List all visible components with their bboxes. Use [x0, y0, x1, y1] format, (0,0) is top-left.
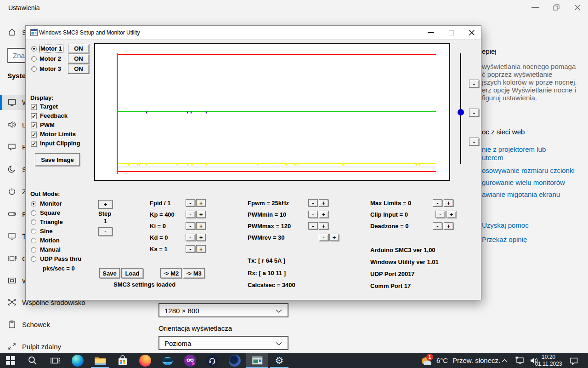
smc3-titlebar[interactable]: Windows SMC3 Setup and Monitor Utility	[26, 26, 481, 40]
mode-sine-radio[interactable]	[31, 229, 36, 234]
get-help-link[interactable]: Uzyskaj pomoc	[482, 221, 529, 229]
clip-input-minus-button[interactable]: -	[435, 211, 445, 218]
motor2-on-button[interactable]: ON	[68, 54, 89, 63]
ks-plus-button[interactable]: +	[196, 245, 206, 253]
step-minus-button[interactable]: -	[98, 227, 113, 236]
resolution-dropdown[interactable]: 588 × 368	[158, 303, 288, 317]
settings-minimize-button[interactable]	[525, 0, 546, 15]
help-link-fragment[interactable]: osowywanie rozmiaru czcionki	[482, 167, 575, 174]
help-link-fragment[interactable]: uterem	[482, 154, 503, 161]
pwmmin-minus-button[interactable]: -	[308, 211, 318, 218]
sidebar-item-clipboard[interactable]: Schowek	[0, 317, 138, 332]
kd-minus-button[interactable]: -	[186, 234, 195, 241]
action-center-button[interactable]	[566, 353, 582, 368]
clip-input-plus-button[interactable]: +	[447, 211, 456, 218]
target-slider-thumb[interactable]	[458, 109, 464, 115]
taskbar-edge-button[interactable]	[68, 353, 87, 368]
motor2-radio[interactable]	[31, 56, 37, 62]
pwmrev-minus-button[interactable]: -	[319, 234, 328, 241]
kd-plus-button[interactable]: +	[196, 234, 206, 241]
pwmmin-plus-button[interactable]: +	[319, 211, 328, 218]
motor1-on-button[interactable]: ON	[68, 44, 89, 53]
taskbar-file-explorer-button[interactable]	[91, 353, 109, 368]
mode-square-radio[interactable]	[31, 210, 36, 216]
scale-minus-button-1[interactable]: -	[469, 80, 479, 88]
mode-monitor-radio[interactable]	[31, 201, 36, 207]
mode-udp-radio[interactable]	[31, 256, 36, 262]
motor3-radio[interactable]	[31, 66, 37, 72]
settings-restore-button[interactable]	[546, 0, 567, 15]
pwmmax-minus-button[interactable]: -	[308, 222, 318, 230]
copy-to-m3-button[interactable]: -> M3	[183, 268, 205, 278]
network-tray-icon-button[interactable]	[513, 353, 527, 368]
taskbar-mixed-reality-button[interactable]	[158, 353, 177, 368]
clip-input-label: Clip Input = 0	[370, 211, 408, 218]
max-limits-plus-button[interactable]: +	[444, 199, 453, 207]
taskbar-weather-button[interactable]: 1	[421, 354, 435, 367]
mode-sine-label: Sine	[40, 228, 52, 235]
taskbar-clock[interactable]: 10:20 01.11.2023	[535, 354, 562, 368]
weather-description[interactable]: Przew. słonecz.	[452, 356, 500, 364]
feedback-checkbox[interactable]	[31, 113, 37, 119]
step-plus-button[interactable]: +	[98, 200, 113, 209]
pwm-checkbox[interactable]	[31, 122, 37, 128]
taskbar-settings-button-active[interactable]: ⚙	[270, 353, 288, 368]
cloud-icon	[424, 361, 431, 365]
motor1-radio[interactable]	[31, 46, 37, 52]
deadzone-plus-button[interactable]: +	[444, 222, 453, 230]
orientation-dropdown[interactable]: Pozioma	[158, 336, 288, 350]
target-checkbox[interactable]	[31, 104, 37, 110]
ki-minus-button[interactable]: -	[186, 222, 195, 230]
smc3-maximize-button-disabled[interactable]	[441, 26, 462, 40]
motor-limits-checkbox[interactable]	[31, 132, 37, 138]
taskbar-smc3-button-active[interactable]	[246, 353, 268, 368]
ki-plus-button[interactable]: +	[196, 222, 206, 230]
mode-motion-radio[interactable]	[31, 238, 36, 243]
taskbar-purple-app-button[interactable]	[181, 353, 199, 368]
sidebar-item-remote-desktop[interactable]: Pulpit zdalny	[0, 339, 138, 354]
motor3-on-button[interactable]: ON	[68, 64, 89, 74]
tray-overflow-chevron[interactable]	[498, 353, 510, 368]
target-slider-track[interactable]	[460, 53, 461, 164]
max-limits-minus-button[interactable]: -	[433, 199, 442, 207]
kp-plus-button[interactable]: +	[196, 211, 206, 218]
mode-manual-label: Manual	[40, 246, 61, 253]
mode-manual-radio[interactable]	[31, 247, 36, 253]
scope-chart	[94, 43, 450, 181]
taskbar-blue-ring-app-button[interactable]	[226, 353, 244, 368]
help-link-fragment[interactable]: nie z projektorem lub	[482, 145, 546, 153]
taskbar-firefox-button[interactable]	[136, 353, 154, 368]
pwmmax-plus-button[interactable]: +	[319, 222, 328, 230]
scale-minus-button-3[interactable]: -	[469, 138, 479, 146]
smc3-close-button[interactable]	[461, 26, 482, 40]
ki-label: Ki = 0	[150, 223, 166, 230]
taskbar-search-button[interactable]	[23, 353, 42, 368]
pwmrev-plus-button[interactable]: +	[329, 234, 339, 241]
mode-triangle-radio[interactable]	[31, 219, 36, 225]
kp-minus-button[interactable]: -	[186, 211, 195, 218]
task-view-button[interactable]	[46, 353, 64, 368]
taskbar-store-button[interactable]	[113, 353, 132, 368]
copy-to-m2-button[interactable]: -> M2	[160, 268, 182, 278]
settings-close-button[interactable]	[567, 0, 588, 15]
smc3-minimize-button[interactable]	[420, 26, 441, 40]
taskbar-headset-app-button[interactable]	[203, 353, 221, 368]
save-button[interactable]: Save	[99, 268, 120, 278]
scale-minus-button-2[interactable]: -	[469, 109, 479, 117]
fpid-plus-button[interactable]: +	[196, 199, 206, 207]
input-clipping-checkbox[interactable]	[31, 141, 37, 147]
deadzone-minus-button[interactable]: -	[433, 222, 442, 230]
feedback-link[interactable]: Przekaż opinię	[482, 236, 527, 243]
fpwm-plus-button[interactable]: +	[319, 199, 328, 207]
fpwm-minus-button[interactable]: -	[308, 199, 318, 207]
load-button[interactable]: Load	[121, 268, 143, 278]
help-link-fragment[interactable]: awianie migotania ekranu	[482, 190, 560, 198]
help-link-fragment[interactable]: gurowanie wielu monitorów	[482, 178, 565, 186]
weather-temperature[interactable]: 6°C	[436, 356, 448, 364]
gear-icon: ⚙	[275, 355, 284, 367]
save-image-button[interactable]: Save Image	[35, 153, 80, 166]
ks-minus-button[interactable]: -	[186, 245, 195, 253]
fpid-minus-button[interactable]: -	[186, 199, 195, 207]
start-button[interactable]	[1, 353, 20, 368]
kd-label: Kd = 0	[150, 234, 168, 241]
